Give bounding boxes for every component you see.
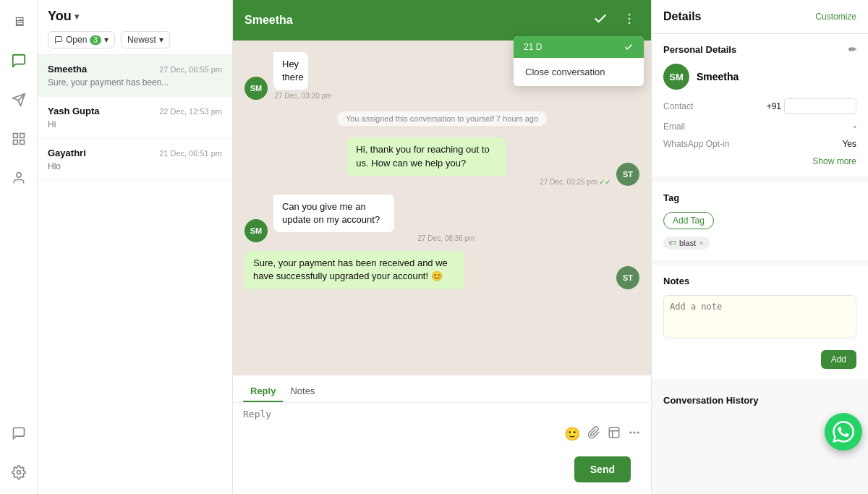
open-filter-btn[interactable]: Open 3 ▾ (48, 31, 115, 48)
whatsapp-fab[interactable] (825, 413, 862, 451)
avatar: SM (244, 77, 268, 100)
personal-details-top: SM Smeetha (663, 64, 856, 90)
reply-actions: 🙂 (564, 426, 641, 445)
user-label: You (48, 9, 72, 24)
tag-section: Tag Add Tag 🏷 blast × (652, 182, 868, 260)
system-message: You assigned this conversation to yourse… (337, 111, 547, 126)
conv-history-title: Conversation History (652, 385, 868, 412)
tag-icon: 🏷 (669, 239, 676, 247)
svg-rect-2 (13, 134, 17, 138)
resolve-button[interactable] (590, 9, 610, 33)
message-item: Sure, your payment has been received and… (244, 251, 639, 289)
svg-point-7 (17, 471, 20, 474)
attachment-icon[interactable] (587, 426, 600, 442)
contacts-icon[interactable] (6, 165, 32, 191)
list-item[interactable]: Smeetha 27 Dec, 06:55 pm Sure, your paym… (38, 55, 232, 97)
newest-filter-btn[interactable]: Newest ▾ (121, 31, 170, 48)
chat-area: Smeetha 21 D Close conversation (233, 0, 651, 494)
message-bubble: Can you give me an update on my account? (273, 195, 394, 232)
avatar: SM (244, 219, 268, 242)
chat-messages: SM Hey there 27 Dec, 03:20 pm You assign… (233, 41, 651, 375)
personal-details-title: Personal Details ✏ (663, 44, 856, 55)
message-item: Hi, thank you for reaching out to us. Ho… (244, 137, 639, 185)
edit-icon[interactable]: ✏ (848, 44, 856, 55)
email-row: Email - (663, 122, 856, 132)
details-header: Details Customize (652, 0, 868, 34)
tag-remove-btn[interactable]: × (699, 239, 703, 247)
svg-rect-11 (609, 427, 619, 438)
tab-reply[interactable]: Reply (243, 381, 283, 402)
send-icon[interactable] (6, 87, 32, 113)
avatar: ST (616, 266, 639, 289)
svg-point-16 (630, 432, 631, 433)
chevron-icon: ▾ (104, 35, 109, 45)
tag-list: 🏷 blast × (663, 235, 856, 250)
message-item: SM Can you give me an update on my accou… (244, 195, 639, 242)
chat-header: Smeetha 21 D Close conversation (233, 0, 651, 41)
conv-panel-header: You ▾ Open 3 ▾ Newest ▾ (38, 0, 232, 55)
chevron-icon: ▾ (159, 35, 163, 45)
avatar: SM (663, 64, 689, 90)
details-title: Details (663, 10, 701, 23)
reply-input[interactable] (243, 409, 558, 445)
settings-icon[interactable] (6, 459, 32, 485)
add-tag-button[interactable]: Add Tag (663, 212, 714, 229)
add-note-button[interactable]: Add (821, 350, 856, 369)
svg-point-15 (638, 432, 639, 433)
conversation-list: Smeetha 27 Dec, 06:55 pm Sure, your paym… (38, 55, 232, 494)
chat-contact-name: Smeetha (244, 14, 293, 27)
message-bubble: Hey there (273, 52, 308, 90)
sidebar: 🖥 (0, 0, 38, 494)
contact-input[interactable] (784, 98, 856, 114)
svg-rect-5 (13, 140, 17, 145)
list-item[interactable]: Yash Gupta 22 Dec, 12:53 pm Hi (38, 97, 232, 139)
send-button[interactable]: Send (574, 456, 631, 482)
tag-chip: 🏷 blast × (663, 237, 710, 250)
message-bubble: Sure, your payment has been received and… (244, 251, 464, 289)
grid-icon[interactable] (6, 126, 32, 152)
tab-notes[interactable]: Notes (283, 381, 322, 402)
contact-name: Smeetha (697, 71, 739, 82)
reports-icon[interactable] (6, 420, 32, 446)
more-icon[interactable] (628, 426, 641, 442)
user-selector[interactable]: You ▾ (48, 9, 222, 24)
chevron-down-icon: ▾ (75, 12, 79, 22)
customize-button[interactable]: Customize (815, 12, 856, 22)
notes-input[interactable] (663, 295, 856, 338)
close-conversation-dropdown: 21 D Close conversation (514, 36, 644, 86)
svg-point-9 (629, 17, 631, 20)
conv-filters: Open 3 ▾ Newest ▾ (48, 31, 222, 48)
chat-header-actions (590, 9, 639, 33)
tick-icon: ✓✓ (599, 178, 610, 186)
dropdown-header: 21 D (514, 36, 644, 58)
svg-rect-4 (20, 140, 24, 145)
template-icon[interactable] (608, 426, 621, 442)
contact-row: Contact +91 (663, 98, 856, 114)
close-conversation-btn[interactable]: Close conversation (514, 58, 644, 86)
reply-tabs: Reply Notes (233, 375, 651, 403)
whatsapp-optin-row: WhatsApp Opt-in Yes (663, 139, 856, 149)
emoji-icon[interactable]: 🙂 (564, 426, 580, 442)
svg-point-14 (634, 432, 635, 433)
chat-icon[interactable] (6, 48, 32, 74)
svg-point-6 (16, 173, 21, 178)
message-bubble: Hi, thank you for reaching out to us. Ho… (347, 137, 505, 175)
reply-area: Reply Notes 🙂 Send (233, 375, 651, 494)
reply-input-row: 🙂 (233, 403, 651, 451)
svg-point-10 (629, 22, 631, 24)
conversation-panel: You ▾ Open 3 ▾ Newest ▾ Smeetha 27 Dec, … (38, 0, 233, 494)
show-more-btn[interactable]: Show more (663, 156, 856, 166)
avatar: ST (616, 163, 639, 186)
list-item[interactable]: Gayathri 21 Dec, 06:51 pm Hlo (38, 139, 232, 181)
svg-rect-3 (20, 134, 24, 138)
personal-details-section: Personal Details ✏ SM Smeetha Contact +9… (652, 34, 868, 176)
more-options-button[interactable] (619, 9, 639, 33)
notes-section: Notes Add (652, 265, 868, 379)
monitor-icon[interactable]: 🖥 (6, 9, 32, 35)
svg-point-8 (629, 13, 631, 15)
